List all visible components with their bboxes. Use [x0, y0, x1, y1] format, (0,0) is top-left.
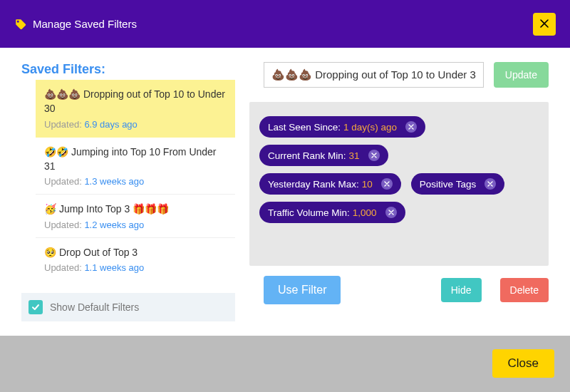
filter-chip: Current Rank Min: 31	[259, 145, 388, 166]
filter-item-updated: Updated: 6.9 days ago	[44, 119, 227, 130]
filter-chip: Traffic Volume Min: 1,000	[259, 202, 405, 223]
filter-item-name: 🥺 Drop Out of Top 3	[44, 245, 227, 259]
chip-value: 31	[349, 150, 360, 161]
filter-item[interactable]: 🥳 Jump Into Top 3 🎁🎁🎁Updated: 1.2 weeks …	[36, 195, 235, 237]
updated-value: 1.3 weeks ago	[84, 176, 144, 187]
right-panel: Update Last Seen Since: 1 day(s) agoCurr…	[249, 62, 549, 321]
filter-item-name: 🤣🤣 Jumping into Top 10 From Under 31	[44, 145, 227, 174]
filter-chip: Positive Tags	[411, 173, 504, 195]
updated-value: 6.9 days ago	[84, 119, 137, 130]
chip-label: Current Rank Min:	[268, 150, 346, 161]
chip-label: Last Seen Since:	[268, 122, 341, 133]
filter-item[interactable]: 🥺 Drop Out of Top 3Updated: 1.1 weeks ag…	[36, 238, 235, 280]
chip-remove-icon[interactable]	[385, 207, 397, 218]
modal-header: Manage Saved Filters	[0, 0, 570, 48]
filter-item-name: 🥳 Jump Into Top 3 🎁🎁🎁	[44, 202, 227, 216]
use-filter-button[interactable]: Use Filter	[264, 276, 341, 304]
updated-label: Updated:	[44, 119, 84, 130]
filter-chip: Last Seen Since: 1 day(s) ago	[259, 116, 425, 138]
chip-value: 1,000	[353, 207, 377, 218]
filter-list: 💩💩💩 Dropping out of Top 10 to Under 30Up…	[21, 80, 235, 280]
chip-remove-icon[interactable]	[484, 178, 496, 190]
filter-item[interactable]: 💩💩💩 Dropping out of Top 10 to Under 30Up…	[36, 80, 235, 138]
chip-remove-icon[interactable]	[405, 121, 417, 133]
filter-name-input[interactable]	[264, 62, 484, 88]
chip-label: Positive Tags	[420, 179, 476, 190]
chip-remove-icon[interactable]	[381, 178, 393, 190]
updated-value: 1.2 weeks ago	[84, 220, 144, 230]
chip-label: Traffic Volume Min:	[268, 207, 350, 218]
chip-label: Yesterday Rank Max:	[268, 179, 359, 190]
delete-button[interactable]: Delete	[500, 278, 549, 302]
filter-chip: Yesterday Rank Max: 10	[259, 173, 401, 195]
modal-body: Saved Filters: 💩💩💩 Dropping out of Top 1…	[0, 48, 570, 336]
tag-icon	[14, 18, 27, 31]
updated-value: 1.1 weeks ago	[84, 262, 144, 273]
close-x-button[interactable]	[533, 13, 556, 36]
hide-button[interactable]: Hide	[441, 278, 482, 302]
modal-title: Manage Saved Filters	[33, 18, 137, 30]
updated-label: Updated:	[44, 262, 84, 273]
action-row: Use Filter Hide Delete	[249, 276, 549, 304]
filter-item-name: 💩💩💩 Dropping out of Top 10 to Under 30	[44, 87, 227, 116]
filter-item[interactable]: 🤣🤣 Jumping into Top 10 From Under 31Upda…	[36, 138, 235, 195]
manage-filters-modal: Manage Saved Filters Saved Filters: 💩💩💩 …	[0, 0, 570, 392]
check-icon	[31, 303, 40, 311]
left-panel: Saved Filters: 💩💩💩 Dropping out of Top 1…	[21, 62, 235, 321]
chip-value: 1 day(s) ago	[343, 122, 397, 133]
update-button[interactable]: Update	[494, 62, 549, 88]
active-filters-area: Last Seen Since: 1 day(s) agoCurrent Ran…	[249, 102, 549, 266]
filter-item-updated: Updated: 1.2 weeks ago	[44, 220, 227, 230]
updated-label: Updated:	[44, 176, 84, 187]
filter-item-updated: Updated: 1.1 weeks ago	[44, 262, 227, 273]
name-edit-row: Update	[249, 62, 549, 88]
show-defaults-label: Show Default Filters	[50, 301, 139, 313]
close-button[interactable]: Close	[492, 349, 554, 378]
header-left: Manage Saved Filters	[14, 18, 137, 31]
close-icon	[540, 19, 549, 30]
chip-value: 10	[362, 179, 373, 190]
modal-footer: Close	[0, 336, 570, 392]
filter-item-updated: Updated: 1.3 weeks ago	[44, 176, 227, 187]
saved-filters-heading: Saved Filters:	[21, 62, 235, 77]
updated-label: Updated:	[44, 220, 84, 230]
chip-remove-icon[interactable]	[368, 150, 380, 161]
show-defaults-row[interactable]: Show Default Filters	[21, 293, 235, 321]
show-defaults-checkbox[interactable]	[28, 300, 43, 314]
